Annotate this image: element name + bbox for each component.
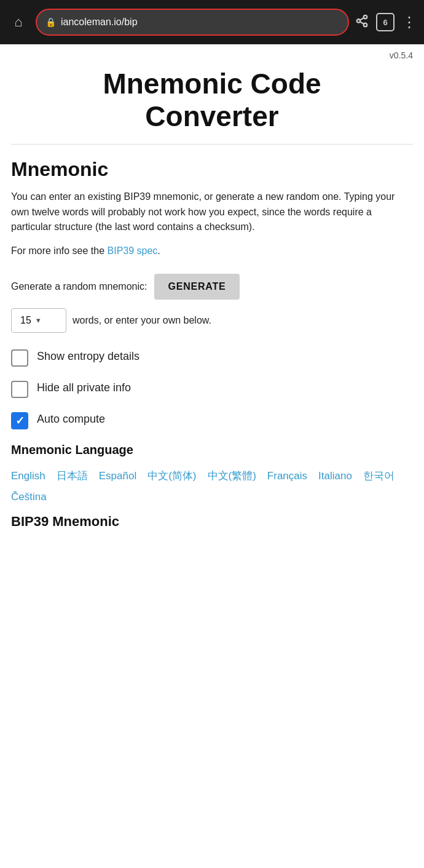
svg-line-3 (360, 22, 364, 24)
language-section-title: Mnemonic Language (11, 443, 413, 457)
home-icon[interactable]: ⌂ (7, 14, 29, 30)
tab-count-badge[interactable]: 6 (376, 13, 395, 31)
auto-compute-label: Auto compute (37, 412, 105, 427)
chevron-down-icon: ▾ (36, 316, 41, 325)
lang-french[interactable]: Français (267, 470, 307, 482)
app-title: Mnemonic Code Converter (11, 62, 413, 144)
auto-compute-row: Auto compute (11, 412, 413, 429)
bottom-partial-text: BIP39 Mnemonic (11, 514, 413, 530)
for-more-info: For more info see the BIP39 spec. (11, 244, 413, 259)
mnemonic-description: You can enter an existing BIP39 mnemonic… (11, 189, 413, 235)
words-row: 15 ▾ words, or enter your own below. (11, 308, 413, 333)
auto-compute-checkbox[interactable] (11, 412, 28, 429)
version-row: v0.5.4 (11, 44, 413, 62)
version-text: v0.5.4 (390, 50, 413, 60)
lang-japanese[interactable]: 日本語 (57, 470, 88, 482)
browser-chrome: ⌂ 🔒 iancoleman.io/bip 6 ⋮ (0, 0, 424, 44)
words-count-value: 15 (20, 315, 31, 326)
lang-italian[interactable]: Italiano (318, 470, 352, 482)
mnemonic-section-title: Mnemonic (11, 158, 413, 181)
lang-chinese-simplified[interactable]: 中文(简体) (147, 470, 196, 482)
generate-label: Generate a random mnemonic: (11, 281, 147, 292)
show-entropy-label: Show entropy details (37, 349, 139, 364)
bip39-spec-link[interactable]: BIP39 spec (108, 245, 158, 256)
lang-chinese-traditional[interactable]: 中文(繁體) (208, 470, 256, 482)
lang-spanish[interactable]: Español (99, 470, 136, 482)
language-links: English日本語Español中文(简体)中文(繁體)FrançaisIta… (11, 466, 413, 508)
svg-line-4 (360, 17, 364, 20)
divider (11, 144, 413, 145)
lock-icon: 🔒 (45, 17, 56, 27)
address-bar[interactable]: 🔒 iancoleman.io/bip (36, 9, 349, 36)
show-entropy-checkbox[interactable] (11, 349, 28, 367)
hide-private-checkbox[interactable] (11, 381, 28, 398)
main-content: v0.5.4 Mnemonic Code Converter Mnemonic … (0, 44, 424, 554)
generate-row: Generate a random mnemonic: GENERATE (11, 274, 413, 300)
words-suffix-label: words, or enter your own below. (73, 315, 211, 326)
hide-private-row: Hide all private info (11, 380, 413, 398)
share-icon[interactable] (355, 14, 369, 31)
more-options-icon[interactable]: ⋮ (402, 14, 417, 31)
show-entropy-row: Show entropy details (11, 349, 413, 367)
words-count-select[interactable]: 15 ▾ (11, 308, 66, 333)
generate-button[interactable]: GENERATE (154, 274, 239, 300)
lang-english[interactable]: English (11, 470, 45, 482)
url-text: iancoleman.io/bip (61, 17, 339, 28)
browser-actions: 6 ⋮ (355, 13, 417, 31)
lang-czech[interactable]: Čeština (11, 491, 47, 503)
hide-private-label: Hide all private info (37, 380, 131, 396)
lang-korean[interactable]: 한국어 (363, 470, 395, 482)
